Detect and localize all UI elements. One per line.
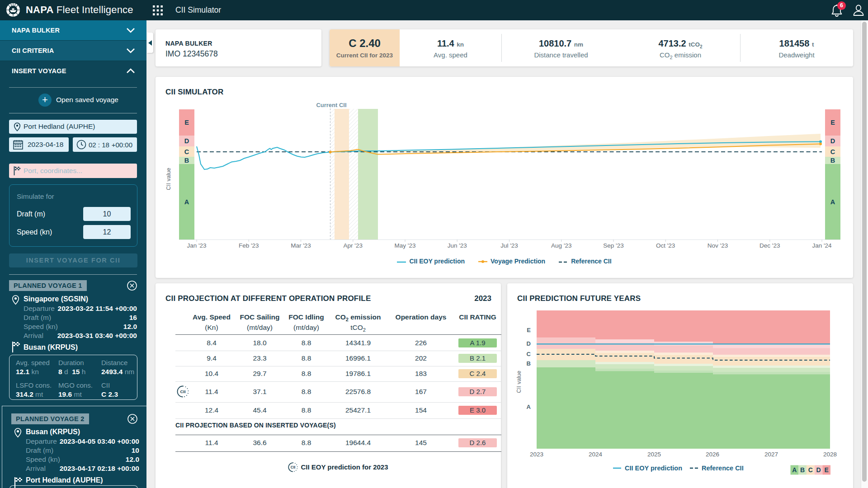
svg-text:Apr '23: Apr '23 bbox=[344, 242, 363, 249]
svg-text:Oct '23: Oct '23 bbox=[656, 242, 675, 249]
svg-text:E: E bbox=[184, 119, 189, 126]
svg-text:B: B bbox=[800, 466, 805, 474]
svg-text:Jul '23: Jul '23 bbox=[500, 242, 518, 249]
svg-text:Nov '23: Nov '23 bbox=[708, 242, 728, 249]
svg-text:D: D bbox=[830, 137, 835, 145]
svg-text:C: C bbox=[527, 351, 531, 357]
svg-text:B: B bbox=[184, 157, 189, 164]
svg-text:Jan '23: Jan '23 bbox=[187, 242, 206, 249]
svg-text:D: D bbox=[527, 340, 531, 347]
svg-text:E: E bbox=[830, 119, 835, 126]
svg-text:May '23: May '23 bbox=[395, 242, 416, 249]
svg-text:A: A bbox=[184, 198, 189, 206]
svg-text:Dec '23: Dec '23 bbox=[760, 242, 780, 249]
svg-text:C: C bbox=[808, 466, 813, 474]
svg-text:D: D bbox=[184, 137, 189, 145]
svg-text:CII EOY prediction: CII EOY prediction bbox=[625, 465, 682, 472]
svg-text:2028: 2028 bbox=[823, 451, 837, 458]
svg-text:Aug '23: Aug '23 bbox=[551, 242, 571, 249]
svg-text:2027: 2027 bbox=[764, 451, 778, 458]
svg-text:2025: 2025 bbox=[647, 451, 661, 458]
svg-text:Jan '24: Jan '24 bbox=[812, 242, 832, 249]
svg-text:A: A bbox=[527, 404, 531, 410]
svg-text:D: D bbox=[816, 466, 821, 474]
svg-text:CII: CII bbox=[180, 389, 185, 394]
svg-text:C: C bbox=[184, 148, 189, 155]
svg-text:2023: 2023 bbox=[530, 451, 543, 458]
svg-text:2026: 2026 bbox=[706, 451, 719, 458]
svg-text:E: E bbox=[824, 466, 828, 474]
svg-text:CII: CII bbox=[291, 465, 295, 469]
svg-text:Jun '23: Jun '23 bbox=[448, 242, 467, 249]
svg-text:CII value: CII value bbox=[516, 371, 522, 393]
svg-text:B: B bbox=[527, 360, 531, 367]
svg-text:E: E bbox=[527, 327, 531, 333]
svg-text:B: B bbox=[830, 157, 835, 164]
svg-text:CII value: CII value bbox=[165, 168, 172, 190]
svg-text:C: C bbox=[830, 148, 835, 155]
svg-text:2024: 2024 bbox=[589, 451, 603, 458]
svg-text:A: A bbox=[830, 198, 835, 206]
svg-text:Feb '23: Feb '23 bbox=[239, 242, 259, 249]
svg-text:A: A bbox=[792, 466, 797, 474]
svg-text:Sep '23: Sep '23 bbox=[603, 242, 623, 249]
svg-text:Current CII: Current CII bbox=[316, 102, 346, 108]
svg-text:Mar '23: Mar '23 bbox=[291, 242, 311, 249]
svg-text:Reference CII: Reference CII bbox=[702, 465, 744, 472]
